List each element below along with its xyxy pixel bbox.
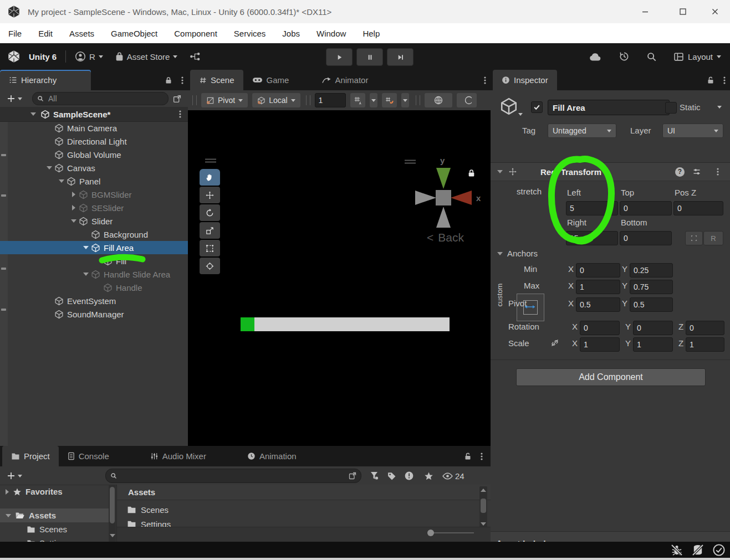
expand-arrow-icon[interactable] [6, 514, 11, 517]
toolbar-drag-handle[interactable] [416, 95, 420, 105]
asset-store-dropdown[interactable]: Asset Store [115, 52, 178, 61]
favorites-item[interactable]: Favorites [0, 485, 109, 499]
debugger-disabled-icon[interactable] [670, 543, 683, 557]
tab-audio-mixer[interactable]: Audio Mixer [141, 446, 215, 466]
rect-tool-button[interactable] [200, 240, 220, 256]
hierarchy-item-soundmanager[interactable]: SoundManager [0, 307, 188, 321]
rotate-tool-button[interactable] [200, 204, 220, 221]
scrollbar-thumb[interactable] [481, 499, 486, 513]
static-dropdown-icon[interactable] [717, 106, 722, 109]
bottom-field[interactable] [620, 231, 672, 245]
zoom-slider-knob[interactable] [427, 530, 434, 536]
menu-component[interactable]: Component [166, 23, 226, 43]
left-field[interactable] [566, 201, 618, 215]
play-button[interactable] [326, 48, 353, 66]
hierarchy-item-fill-area[interactable]: Fill Area [0, 241, 188, 254]
help-icon[interactable]: ? [675, 167, 685, 177]
component-menu-icon[interactable] [717, 167, 719, 176]
search-by-type-icon[interactable] [369, 471, 379, 481]
expand-arrow-icon[interactable] [59, 179, 64, 183]
pause-button[interactable] [356, 48, 383, 66]
pivot-y-field[interactable] [630, 297, 673, 312]
hierarchy-item-eventsystem[interactable]: EventSystem [0, 294, 188, 307]
expand-arrow-icon[interactable] [83, 246, 89, 249]
unlink-scale-icon[interactable] [550, 338, 559, 347]
add-component-button[interactable]: Add Component [516, 368, 706, 386]
cloud-icon[interactable] [589, 52, 602, 61]
unlock-icon[interactable] [464, 453, 472, 460]
anchors-foldout-icon[interactable] [497, 252, 503, 255]
tree-scrollbar[interactable] [109, 485, 116, 542]
menu-assets[interactable]: Assets [61, 23, 103, 43]
unlock-icon[interactable] [707, 76, 714, 84]
menu-file[interactable]: File [0, 23, 30, 43]
pivot-x-field[interactable] [576, 297, 620, 312]
account-dropdown[interactable]: R [75, 51, 103, 62]
hierarchy-item-handle[interactable]: Handle [0, 281, 188, 294]
ok-status-icon[interactable] [712, 543, 726, 557]
maximize-button[interactable] [670, 0, 696, 23]
layout-dropdown[interactable]: Layout [673, 52, 721, 62]
menu-edit[interactable]: Edit [30, 23, 61, 43]
hierarchy-item-directional-light[interactable]: Directional Light [0, 135, 188, 148]
collapsed-arrow-icon[interactable] [72, 192, 75, 197]
menu-help[interactable]: Help [354, 23, 388, 43]
scene-viewport[interactable]: y x < Back [188, 110, 491, 446]
tab-animation[interactable]: Animation [238, 446, 305, 466]
hierarchy-item-canvas[interactable]: Canvas [0, 161, 188, 174]
lock-icon[interactable] [165, 76, 172, 84]
tag-dropdown[interactable]: Untagged [548, 124, 616, 138]
maximize-search-icon[interactable] [349, 472, 356, 480]
pane-scrollbar[interactable] [479, 486, 487, 528]
scale-y-field[interactable] [633, 337, 673, 352]
scenes-tree-item[interactable]: Scenes [0, 522, 109, 536]
create-object-button[interactable] [7, 94, 22, 103]
assets-tree-item[interactable]: Assets [0, 508, 109, 522]
create-asset-button[interactable] [7, 471, 22, 480]
scene-menu-icon[interactable] [484, 76, 486, 85]
scenes-folder-item[interactable]: Scenes [117, 502, 491, 517]
layer-dropdown[interactable]: UI [662, 124, 723, 138]
anchors-max-x-field[interactable] [576, 280, 620, 294]
hierarchy-search[interactable] [32, 92, 169, 105]
menu-window[interactable]: Window [308, 23, 354, 43]
scene-menu-icon[interactable] [179, 110, 181, 119]
cache-server-disabled-icon[interactable] [691, 543, 705, 557]
search-by-label-icon[interactable] [387, 471, 396, 481]
gizmo-lock-icon[interactable] [467, 169, 476, 177]
settings-tree-item[interactable]: Settings [0, 536, 109, 542]
move-tool-button[interactable] [200, 187, 220, 203]
top-field[interactable] [620, 201, 672, 215]
tab-game[interactable]: Game [243, 70, 298, 90]
gizmo-back-label[interactable]: < Back [427, 231, 464, 244]
hierarchy-item-seslider[interactable]: SESlider [0, 201, 188, 214]
hierarchy-menu-icon[interactable] [181, 76, 183, 85]
collapsed-arrow-icon[interactable] [72, 205, 75, 210]
posz-field[interactable] [673, 201, 723, 215]
tab-console[interactable]: Console [59, 446, 118, 466]
collapse-arrow-icon[interactable] [30, 112, 36, 116]
collapsed-arrow-icon[interactable] [6, 489, 9, 495]
maximize-panel-icon[interactable] [173, 95, 181, 103]
menu-services[interactable]: Services [226, 23, 274, 43]
inspector-menu-icon[interactable] [723, 76, 726, 85]
scale-tool-button[interactable] [200, 222, 220, 239]
scale-x-field[interactable] [580, 337, 620, 352]
close-button[interactable] [702, 0, 728, 23]
scroll-up-icon[interactable] [481, 489, 486, 492]
right-field[interactable] [566, 231, 618, 245]
minimize-button[interactable] [632, 0, 658, 23]
blueprint-mode-button[interactable] [685, 231, 703, 245]
grid-size-field[interactable] [315, 93, 346, 107]
menu-gameobject[interactable]: GameObject [103, 23, 166, 43]
collapse-arrow-icon[interactable] [497, 170, 503, 173]
object-name-field[interactable] [548, 100, 670, 115]
scroll-down-icon[interactable] [481, 522, 486, 526]
expand-arrow-icon[interactable] [47, 166, 52, 169]
grid-axis-button[interactable] [350, 93, 365, 107]
project-menu-icon[interactable] [481, 452, 483, 461]
tab-animator[interactable]: Animator [313, 70, 377, 90]
snap-settings-dropdown[interactable] [401, 93, 409, 107]
rotation-y-field[interactable] [633, 321, 673, 335]
hierarchy-item-background[interactable]: Background [0, 228, 188, 241]
